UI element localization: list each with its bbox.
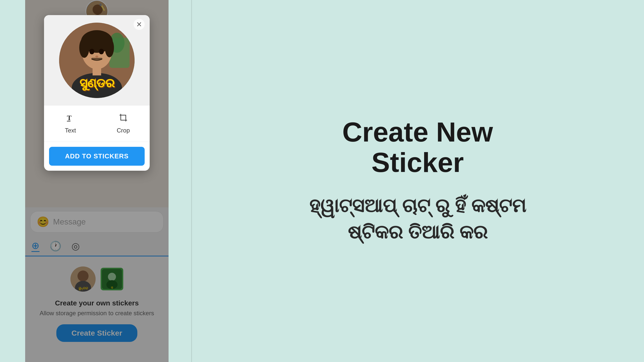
modal-tools: T Text: [44, 106, 150, 142]
modal-image-area: ସୁଣ୍ଡର: [44, 15, 150, 106]
svg-rect-27: [121, 115, 126, 120]
crop-tool-label: Crop: [117, 127, 130, 134]
crop-tool[interactable]: Crop: [97, 111, 150, 137]
odia-text-sticker: ସୁଣ୍ଡର: [79, 76, 114, 90]
panel-divider: [191, 0, 216, 362]
add-to-stickers-button[interactable]: ADD TO STICKERS: [49, 147, 145, 166]
person-circle: ସୁଣ୍ଡର: [59, 23, 135, 98]
phone-screen: 😊 Message ⊕ 🕐 ◎ ସୁନ୍ଦର: [25, 0, 169, 362]
crop-tool-icon: [119, 113, 128, 124]
text-tool-icon: T: [66, 113, 75, 124]
svg-point-21: [95, 56, 98, 58]
right-panel: Create NewSticker ହ୍ୱାଟ୍ସଆପ୍ ଚାଟ୍ ରୁ ହିଁ…: [191, 0, 644, 362]
text-tool-label: Text: [65, 127, 76, 134]
svg-rect-22: [91, 58, 102, 60]
main-title: Create NewSticker: [342, 117, 493, 177]
modal-close-button[interactable]: ×: [134, 19, 145, 30]
svg-point-17: [79, 38, 89, 58]
svg-point-20: [99, 49, 104, 54]
create-sticker-modal: ×: [44, 15, 150, 171]
left-panel: 😊 Message ⊕ 🕐 ◎ ସୁନ୍ଦର: [0, 0, 191, 362]
svg-point-18: [105, 38, 114, 57]
svg-point-19: [89, 49, 94, 54]
subtitle-odia: ହ୍ୱାଟ୍ସଆପ୍ ଚାଟ୍ ରୁ ହିଁ କଷ୍ଟମଷ୍ଟିକର ତିଆରି…: [309, 193, 526, 245]
text-tool[interactable]: T Text: [44, 111, 97, 137]
svg-text:T: T: [67, 114, 72, 122]
modal-overlay: ×: [25, 0, 169, 362]
svg-rect-24: [93, 65, 101, 75]
